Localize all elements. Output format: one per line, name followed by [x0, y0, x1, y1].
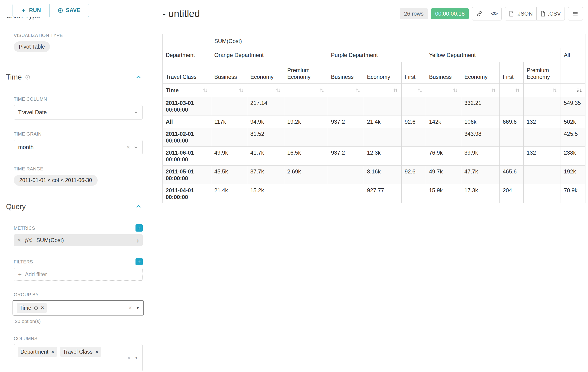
copy-link-button[interactable]	[472, 7, 487, 21]
select-tag[interactable]: Travel Class×	[60, 347, 101, 357]
travel-class-header: Premium Economy	[284, 62, 328, 84]
time-column-label: TIME COLUMN	[14, 96, 142, 102]
value-cell	[284, 128, 328, 147]
value-cell: 549.35	[561, 97, 586, 116]
value-cell	[284, 184, 328, 203]
value-cell: 217.14	[247, 97, 284, 116]
department-header-row: DepartmentOrange DepartmentPurple Depart…	[163, 48, 586, 62]
value-cell	[500, 128, 524, 147]
value-cell: 937.2	[328, 116, 364, 128]
column-sort-cell[interactable]	[426, 84, 461, 97]
column-sort-cell[interactable]	[284, 84, 328, 97]
value-cell: 37.7k	[247, 166, 284, 184]
time-grain-select[interactable]: month ×	[14, 140, 143, 154]
run-button[interactable]: RUN	[12, 4, 50, 17]
value-cell	[284, 97, 328, 116]
value-cell: 70.9k	[561, 184, 586, 203]
value-cell	[524, 128, 561, 147]
chevron-down-icon[interactable]	[134, 110, 138, 115]
caret-right-icon[interactable]: ›	[136, 236, 139, 244]
sort-icon	[515, 87, 520, 93]
chevron-down-icon[interactable]	[134, 145, 138, 149]
tag-remove-icon[interactable]: ×	[41, 305, 44, 310]
column-sort-cell[interactable]	[364, 84, 402, 97]
tag-remove-icon[interactable]: ×	[51, 350, 54, 355]
clear-icon[interactable]: ×	[127, 355, 131, 361]
column-sort-cell[interactable]	[328, 84, 364, 97]
value-cell: 132	[524, 147, 561, 166]
more-options-button[interactable]	[568, 7, 583, 21]
clear-icon[interactable]: ×	[126, 144, 130, 150]
value-cell	[524, 166, 561, 184]
export-csv-button[interactable]: .CSV	[536, 7, 565, 21]
value-cell	[211, 97, 247, 116]
value-cell: 49.9k	[211, 147, 247, 166]
travel-class-corner-label: Travel Class	[163, 62, 211, 84]
value-cell	[524, 184, 561, 203]
column-sort-cell[interactable]	[247, 84, 284, 97]
metric-value: SUM(Cost)	[36, 237, 64, 244]
row-time-header: 2011-05-01 00:00:00	[163, 166, 211, 184]
value-cell	[364, 128, 402, 147]
columns-field: COLUMNS Department×Travel Class× × ▼ 19 …	[6, 336, 142, 372]
filters-label: FILTERS	[14, 259, 33, 265]
add-filter-plus-button[interactable]: +	[136, 258, 143, 265]
control-panel-scroll[interactable]: Chart Type VISUALIZATION TYPE Pivot Tabl…	[0, 0, 150, 372]
remove-metric-icon[interactable]: ×	[17, 237, 21, 243]
value-cell	[426, 97, 461, 116]
embed-code-button[interactable]: </>	[487, 7, 502, 21]
query-section-header[interactable]: Query	[6, 202, 142, 211]
value-cell: 49.7k	[426, 166, 461, 184]
collapse-chevron-up-icon[interactable]	[136, 74, 142, 80]
column-sort-cell[interactable]	[524, 84, 561, 97]
value-cell: 192k	[561, 166, 586, 184]
travel-class-header: Premium Economy	[524, 62, 561, 84]
columns-tag-list: Department×Travel Class×	[18, 347, 101, 357]
columns-label: COLUMNS	[14, 336, 142, 341]
pivot-row: 2011-04-01 00:00:0021.4k15.2k927.7715.9k…	[163, 184, 586, 203]
time-sort-cell[interactable]: Time	[163, 84, 211, 97]
query-timer-badge: 00:00:00.18	[431, 8, 469, 19]
travel-class-header: First	[500, 62, 524, 84]
value-cell: 39.9k	[461, 147, 500, 166]
export-json-button[interactable]: .JSON	[505, 7, 537, 21]
add-filter-dropzone[interactable]: + Add filter	[14, 268, 143, 281]
value-cell: 204	[500, 184, 524, 203]
export-csv-label: .CSV	[548, 11, 561, 17]
time-column-select[interactable]: Travel Date	[14, 105, 143, 119]
add-metric-button[interactable]: +	[136, 224, 143, 232]
value-cell: 15.2k	[247, 184, 284, 203]
select-tag[interactable]: Time×	[17, 303, 47, 313]
tag-remove-icon[interactable]: ×	[95, 350, 98, 355]
all-sort-cell-active[interactable]	[561, 84, 586, 97]
time-section-header[interactable]: Time	[6, 73, 142, 82]
file-icon	[509, 11, 514, 17]
columns-select[interactable]: Department×Travel Class× × ▼	[14, 344, 143, 371]
column-sort-cell[interactable]	[500, 84, 524, 97]
visualization-type-value[interactable]: Pivot Table	[14, 41, 50, 52]
group-by-select[interactable]: Time× × ▼	[12, 300, 144, 316]
value-cell: 41.7k	[247, 147, 284, 166]
tag-info-icon	[34, 306, 38, 310]
file-icon	[540, 11, 546, 17]
department-group-header: Purple Department	[328, 48, 426, 62]
row-time-header: All	[163, 116, 211, 128]
hamburger-menu-icon	[573, 11, 578, 17]
value-cell: 502k	[561, 116, 586, 128]
metric-item[interactable]: × ƒ(x) SUM(Cost) ›	[14, 234, 143, 246]
clear-icon[interactable]: ×	[128, 305, 132, 311]
value-cell	[426, 128, 461, 147]
column-sort-cell[interactable]	[402, 84, 426, 97]
column-sort-cell[interactable]	[461, 84, 500, 97]
column-sort-cell[interactable]	[211, 84, 247, 97]
collapse-chevron-up-icon[interactable]	[136, 204, 142, 210]
pivot-tbody: 2011-03-01 00:00:00217.14332.21549.35All…	[163, 97, 586, 203]
export-json-label: .JSON	[516, 11, 533, 17]
time-column-field: TIME COLUMN Travel Date	[6, 96, 142, 119]
chart-title[interactable]: - untitled	[162, 8, 200, 20]
dropdown-caret-icon[interactable]: ▼	[134, 356, 138, 360]
time-range-value[interactable]: 2011-01-01 ≤ col < 2011-06-30	[14, 175, 98, 186]
select-tag[interactable]: Department×	[18, 347, 57, 357]
save-button[interactable]: SAVE	[49, 4, 89, 17]
dropdown-caret-icon[interactable]: ▼	[136, 306, 140, 310]
